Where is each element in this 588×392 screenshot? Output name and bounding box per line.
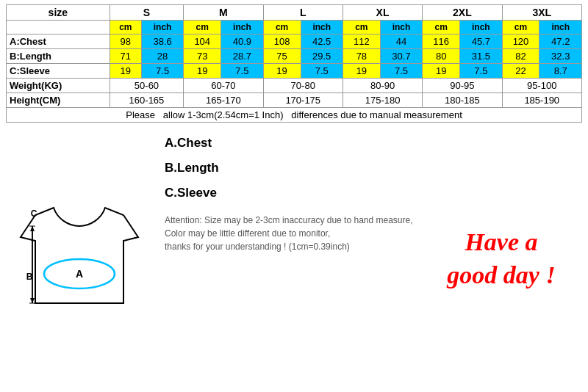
height-l: 170-175 (263, 93, 343, 108)
height-2xl: 180-185 (423, 93, 502, 108)
cm-label-2xl: cm (423, 21, 460, 35)
chest-m-inch: 40.9 (221, 35, 263, 49)
length-3xl-cm: 82 (502, 49, 539, 64)
inch-label-xl: inch (380, 21, 422, 35)
length-label: B:Length (7, 49, 110, 64)
weight-2xl: 90-95 (423, 79, 502, 93)
size-s: S (110, 5, 184, 21)
tshirt-area: A B C (6, 130, 153, 388)
svg-marker-9 (30, 298, 35, 303)
attention-text: Attention: Size may be 2-3cm inaccuracy … (165, 214, 420, 253)
sleeve-measure: C.Sleeve (165, 186, 420, 200)
chest-3xl-inch: 47.2 (539, 35, 582, 49)
length-l-inch: 29.5 (301, 49, 343, 64)
size-3xl: 3XL (502, 5, 581, 21)
main-container: size S M L XL 2XL 3XL cm inch cm inch cm… (0, 0, 588, 392)
chest-xl-inch: 44 (380, 35, 422, 49)
inch-label-2xl: inch (460, 21, 502, 35)
height-xl: 175-180 (343, 93, 422, 108)
size-label: size (7, 5, 110, 21)
sleeve-xl-cm: 19 (343, 64, 380, 79)
inch-label-s: inch (141, 21, 183, 35)
empty-cell (7, 21, 110, 35)
sleeve-row: C:Sleeve 19 7.5 19 7.5 19 7.5 19 7.5 19 … (7, 64, 582, 79)
height-3xl: 185-190 (502, 93, 581, 108)
weight-m: 60-70 (184, 79, 263, 93)
height-label: Height(CM) (7, 93, 110, 108)
chest-row: A:Chest 98 38.6 104 40.9 108 42.5 112 44… (7, 35, 582, 49)
note-row: Please allow 1-3cm(2.54cm=1 Inch) differ… (7, 108, 582, 123)
weight-s: 50-60 (110, 79, 184, 93)
cm-label-xl: cm (343, 21, 380, 35)
cm-label-s: cm (110, 21, 141, 35)
sleeve-m-inch: 7.5 (221, 64, 263, 79)
sleeve-l-inch: 7.5 (301, 64, 343, 79)
chest-s-inch: 38.6 (141, 35, 183, 49)
size-header-row: size S M L XL 2XL 3XL (7, 5, 582, 21)
sleeve-3xl-cm: 22 (502, 64, 539, 79)
inch-label-m: inch (221, 21, 263, 35)
size-table-section: size S M L XL 2XL 3XL cm inch cm inch cm… (0, 0, 588, 126)
chest-label: A:Chest (7, 35, 110, 49)
weight-3xl: 95-100 (502, 79, 581, 93)
length-s-inch: 28 (141, 49, 183, 64)
height-s: 160-165 (110, 93, 184, 108)
svg-marker-8 (30, 226, 35, 231)
weight-l: 70-80 (263, 79, 343, 93)
length-2xl-cm: 80 (423, 49, 460, 64)
chest-m-cm: 104 (184, 35, 221, 49)
length-row: B:Length 71 28 73 28.7 75 29.5 78 30.7 8… (7, 49, 582, 64)
length-l-cm: 75 (263, 49, 301, 64)
sleeve-m-cm: 19 (184, 64, 221, 79)
size-xl: XL (343, 5, 422, 21)
tshirt-diagram: A B C (13, 200, 146, 318)
cm-label-m: cm (184, 21, 221, 35)
chest-measure: A.Chest (165, 136, 420, 150)
length-xl-cm: 78 (343, 49, 380, 64)
size-l: L (263, 5, 343, 21)
sleeve-l-cm: 19 (263, 64, 301, 79)
sleeve-2xl-cm: 19 (423, 64, 460, 79)
height-row: Height(CM) 160-165 165-170 170-175 175-1… (7, 93, 582, 108)
chest-xl-cm: 112 (343, 35, 380, 49)
size-m: M (184, 5, 263, 21)
chest-2xl-inch: 45.7 (460, 35, 502, 49)
chest-l-inch: 42.5 (301, 35, 343, 49)
length-2xl-inch: 31.5 (460, 49, 502, 64)
chest-2xl-cm: 116 (423, 35, 460, 49)
sleeve-s-cm: 19 (110, 64, 141, 79)
bottom-section: A B C A.Chest B.Length C.Sleeve Attentio… (0, 126, 588, 392)
length-m-cm: 73 (184, 49, 221, 64)
cm-label-3xl: cm (502, 21, 539, 35)
height-m: 165-170 (184, 93, 263, 108)
weight-label: Weight(KG) (7, 79, 110, 93)
size-2xl: 2XL (423, 5, 502, 21)
svg-text:C: C (31, 208, 37, 219)
sub-header-row: cm inch cm inch cm inch cm inch cm inch … (7, 21, 582, 35)
chest-3xl-cm: 120 (502, 35, 539, 49)
sleeve-2xl-inch: 7.5 (460, 64, 502, 79)
sleeve-label: C:Sleeve (7, 64, 110, 79)
inch-label-l: inch (301, 21, 343, 35)
measurements-area: A.Chest B.Length C.Sleeve Attention: Siz… (153, 130, 420, 388)
cm-label-l: cm (263, 21, 301, 35)
svg-text:A: A (76, 268, 83, 280)
size-table: size S M L XL 2XL 3XL cm inch cm inch cm… (6, 4, 582, 123)
weight-xl: 80-90 (343, 79, 422, 93)
sleeve-xl-inch: 7.5 (380, 64, 422, 79)
inch-label-3xl: inch (539, 21, 582, 35)
length-xl-inch: 30.7 (380, 49, 422, 64)
sleeve-s-inch: 7.5 (141, 64, 183, 79)
slogan: Have agood day ! (420, 130, 582, 388)
chest-s-cm: 98 (110, 35, 141, 49)
length-3xl-inch: 32.3 (539, 49, 582, 64)
length-measure: B.Length (165, 161, 420, 175)
length-s-cm: 71 (110, 49, 141, 64)
note-text: Please allow 1-3cm(2.54cm=1 Inch) differ… (7, 108, 582, 123)
weight-row: Weight(KG) 50-60 60-70 70-80 80-90 90-95… (7, 79, 582, 93)
length-m-inch: 28.7 (221, 49, 263, 64)
sleeve-3xl-inch: 8.7 (539, 64, 582, 79)
chest-l-cm: 108 (263, 35, 301, 49)
